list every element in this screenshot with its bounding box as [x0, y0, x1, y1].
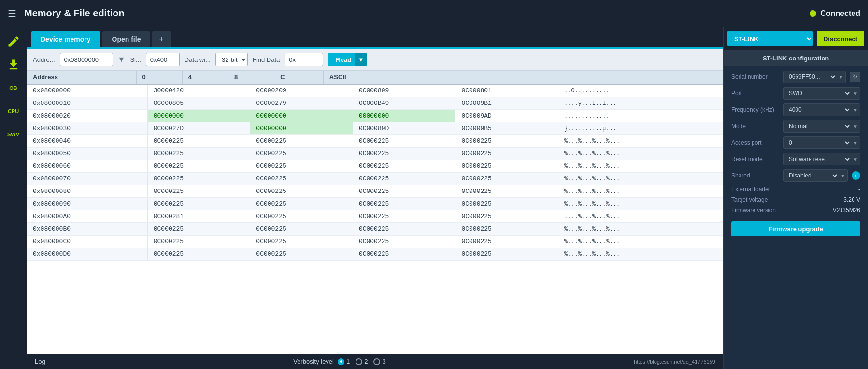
memory-scroll-area[interactable]: 0x08000000300004200C0002090C0008090C0008… — [27, 85, 723, 351]
verbosity-3[interactable]: 3 — [373, 358, 385, 365]
table-cell-c8[interactable]: 0C000225 — [353, 160, 455, 173]
table-cell-c4[interactable]: 0C000225 — [250, 148, 353, 160]
table-cell-c8[interactable]: 0C000225 — [353, 210, 455, 223]
table-cell-ascii[interactable]: %...%...%...%... — [558, 173, 723, 185]
table-cell-addr[interactable]: 0x080000C0 — [27, 236, 147, 248]
tab-add-button[interactable]: + — [152, 31, 170, 47]
data-width-select[interactable]: 32-bit 16-bit 8-bit — [216, 53, 247, 66]
table-cell-c8[interactable]: 0C000B49 — [353, 97, 455, 110]
table-cell-c8[interactable]: 0C00080D — [353, 122, 455, 135]
table-cell-cc[interactable]: 0C000225 — [455, 160, 558, 173]
table-cell-addr[interactable]: 0x080000D0 — [27, 248, 147, 261]
table-cell-cc[interactable]: 0C000225 — [455, 173, 558, 185]
table-cell-c0[interactable]: 0C000225 — [147, 185, 250, 198]
table-cell-c8[interactable]: 0C000225 — [353, 135, 455, 148]
table-cell-c4[interactable]: 0C000225 — [250, 223, 353, 236]
table-cell-addr[interactable]: 0x08000030 — [27, 122, 147, 135]
table-cell-ascii[interactable]: %...%...%...%... — [558, 185, 723, 198]
table-cell-cc[interactable]: 0C000225 — [455, 248, 558, 261]
table-cell-c8[interactable]: 0C000225 — [353, 248, 455, 261]
table-cell-c4[interactable]: 0C000225 — [250, 135, 353, 148]
table-cell-c4[interactable]: 0C000225 — [250, 173, 353, 185]
table-cell-c8[interactable]: 0C000225 — [353, 148, 455, 160]
table-cell-addr[interactable]: 0x08000000 — [27, 85, 147, 97]
table-cell-ascii[interactable]: %...%...%...%... — [558, 160, 723, 173]
table-cell-addr[interactable]: 0x08000020 — [27, 110, 147, 122]
read-button[interactable]: Read ▼ — [328, 53, 367, 66]
table-cell-c8[interactable]: 00000000 — [353, 110, 455, 122]
table-cell-ascii[interactable]: ....y...I..±... — [558, 97, 723, 110]
table-cell-c0[interactable]: 0C000225 — [147, 135, 250, 148]
table-cell-c0[interactable]: 0C000281 — [147, 210, 250, 223]
find-input[interactable] — [285, 53, 323, 66]
table-cell-cc[interactable]: 0C000225 — [455, 148, 558, 160]
table-cell-c4[interactable]: 0C000225 — [250, 185, 353, 198]
table-cell-addr[interactable]: 0x08000060 — [27, 160, 147, 173]
shared-info-icon[interactable]: i — [852, 171, 860, 180]
table-cell-c0[interactable]: 0C000225 — [147, 236, 250, 248]
table-cell-c4[interactable]: 0C000279 — [250, 97, 353, 110]
table-cell-c0[interactable]: 0C000225 — [147, 148, 250, 160]
table-cell-c8[interactable]: 0C000225 — [353, 173, 455, 185]
verbosity-2[interactable]: 2 — [356, 358, 368, 365]
table-cell-addr[interactable]: 0x08000080 — [27, 185, 147, 198]
table-cell-c4[interactable]: 0C000225 — [250, 160, 353, 173]
table-cell-c8[interactable]: 0C000225 — [353, 223, 455, 236]
table-cell-addr[interactable]: 0x08000090 — [27, 198, 147, 210]
table-cell-c0[interactable]: 0C00027D — [147, 122, 250, 135]
table-cell-ascii[interactable]: %...%...%...%... — [558, 198, 723, 210]
table-cell-c4[interactable]: 0C000209 — [250, 85, 353, 97]
table-cell-c8[interactable]: 0C000809 — [353, 85, 455, 97]
tab-open-file[interactable]: Open file — [102, 31, 151, 47]
port-select[interactable]: SWD JTAG — [784, 87, 851, 100]
read-dropdown-arrow[interactable]: ▼ — [355, 53, 367, 66]
mode-select[interactable]: Normal Hot plug Under reset — [784, 120, 851, 133]
table-cell-cc[interactable]: 0C0009B5 — [455, 122, 558, 135]
menu-icon[interactable]: ☰ — [8, 8, 16, 19]
table-cell-c4[interactable]: 0C000225 — [250, 248, 353, 261]
table-cell-c8[interactable]: 0C000225 — [353, 236, 455, 248]
table-cell-c4[interactable]: 00000000 — [250, 122, 353, 135]
verbosity-1[interactable]: 1 — [338, 358, 350, 365]
table-cell-addr[interactable]: 0x080000B0 — [27, 223, 147, 236]
table-cell-c0[interactable]: 30000420 — [147, 85, 250, 97]
table-cell-ascii[interactable]: ............. — [558, 110, 723, 122]
disconnect-button[interactable]: Disconnect — [817, 31, 864, 46]
sidebar-item-cpu[interactable]: CPU — [3, 101, 24, 122]
table-cell-c0[interactable]: 0C000225 — [147, 248, 250, 261]
frequency-select[interactable]: 4000 1800 900 — [784, 103, 851, 116]
table-cell-ascii[interactable]: %...%...%...%... — [558, 135, 723, 148]
sidebar-item-ob[interactable]: OB — [3, 77, 24, 99]
access-port-select[interactable]: 0 — [784, 136, 851, 149]
table-cell-c8[interactable]: 0C000225 — [353, 185, 455, 198]
table-cell-c0[interactable]: 0C000225 — [147, 173, 250, 185]
table-cell-cc[interactable]: 0C000225 — [455, 210, 558, 223]
table-cell-cc[interactable]: 0C000225 — [455, 236, 558, 248]
tab-device-memory[interactable]: Device memory — [31, 31, 100, 47]
table-cell-cc[interactable]: 0C000801 — [455, 85, 558, 97]
stlink-select[interactable]: ST-LINK — [727, 31, 813, 46]
table-cell-ascii[interactable]: %...%...%...%... — [558, 148, 723, 160]
table-cell-addr[interactable]: 0x08000050 — [27, 148, 147, 160]
table-cell-c8[interactable]: 0C000225 — [353, 198, 455, 210]
sidebar-item-edit[interactable] — [3, 31, 24, 52]
sidebar-item-swv[interactable]: SWV — [3, 124, 24, 145]
table-cell-cc[interactable]: 0C000225 — [455, 135, 558, 148]
reset-mode-select[interactable]: Software reset Hardware reset Core reset — [784, 153, 851, 165]
serial-number-select[interactable]: 0669FF50... — [784, 71, 837, 83]
shared-select[interactable]: Disabled Enabled — [784, 169, 839, 182]
serial-refresh-button[interactable]: ↻ — [850, 72, 860, 82]
table-cell-cc[interactable]: 0C0009B1 — [455, 97, 558, 110]
address-input[interactable] — [60, 53, 113, 66]
table-cell-addr[interactable]: 0x08000040 — [27, 135, 147, 148]
table-cell-c0[interactable]: 0C000225 — [147, 198, 250, 210]
table-cell-c4[interactable]: 0C000225 — [250, 236, 353, 248]
table-cell-cc[interactable]: 0C000225 — [455, 223, 558, 236]
table-cell-c0[interactable]: 00000000 — [147, 110, 250, 122]
table-cell-c4[interactable]: 0C000225 — [250, 210, 353, 223]
table-cell-addr[interactable]: 0x08000010 — [27, 97, 147, 110]
table-cell-ascii[interactable]: }..........μ... — [558, 122, 723, 135]
table-cell-cc[interactable]: 0C000225 — [455, 198, 558, 210]
firmware-upgrade-button[interactable]: Firmware upgrade — [731, 221, 860, 236]
table-cell-ascii[interactable]: %...%...%...%... — [558, 236, 723, 248]
